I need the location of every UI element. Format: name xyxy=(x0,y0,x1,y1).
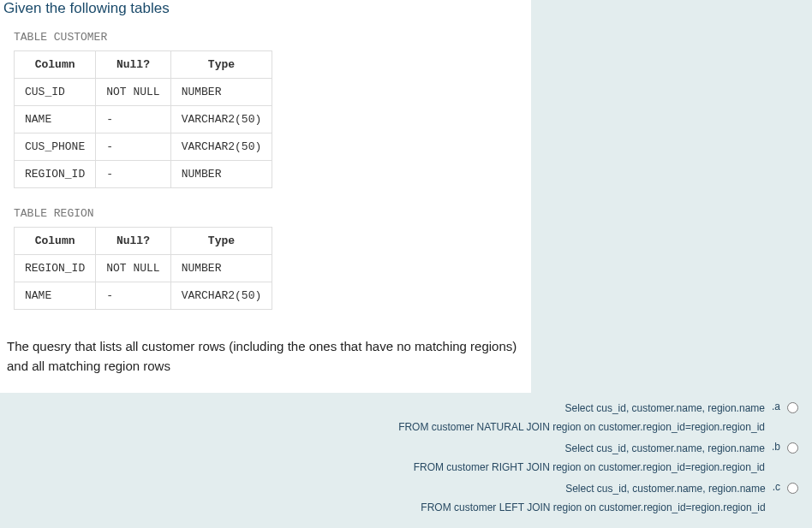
answer-line: FROM customer LEFT JOIN region on custom… xyxy=(421,501,765,513)
col-header: Null? xyxy=(96,228,170,255)
col-header: Column xyxy=(15,228,96,255)
cell: REGION_ID xyxy=(15,161,96,188)
table-row: REGION_ID NOT NULL NUMBER xyxy=(15,255,272,282)
table-header-row: Column Null? Type xyxy=(15,228,272,255)
cell: - xyxy=(96,106,170,133)
cell: NUMBER xyxy=(170,161,272,188)
col-header: Type xyxy=(170,51,272,79)
answer-line: FROM customer RIGHT JOIN region on custo… xyxy=(414,461,765,473)
cell: CUS_ID xyxy=(15,79,96,106)
cell: VARCHAR2(50) xyxy=(170,133,272,161)
table-row: CUS_PHONE - VARCHAR2(50) xyxy=(15,133,272,161)
customer-table: Column Null? Type CUS_ID NOT NULL NUMBER… xyxy=(14,50,272,188)
table-row: NAME - VARCHAR2(50) xyxy=(15,282,272,310)
table-row: NAME - VARCHAR2(50) xyxy=(15,106,272,133)
cell: NAME xyxy=(15,282,96,310)
answers-area: Select cus_id, customer.name, region.nam… xyxy=(0,393,812,528)
answer-text: Select cus_id, customer.name, region.nam… xyxy=(421,480,765,517)
answer-option-b[interactable]: Select cus_id, customer.name, region.nam… xyxy=(7,440,798,477)
answer-option-c[interactable]: Select cus_id, customer.name, region.nam… xyxy=(7,480,798,517)
cell: NOT NULL xyxy=(96,79,170,106)
answer-option-a[interactable]: Select cus_id, customer.name, region.nam… xyxy=(7,400,798,436)
col-header: Type xyxy=(170,228,272,255)
question-text: The quesry that lists all customer rows … xyxy=(0,322,531,393)
col-header: Column xyxy=(15,51,96,79)
cell: NOT NULL xyxy=(96,255,170,282)
answer-radio-b[interactable] xyxy=(787,442,798,454)
answer-line: Select cus_id, customer.name, region.nam… xyxy=(565,402,765,414)
cell: VARCHAR2(50) xyxy=(170,106,272,133)
table2-title: TABLE REGION xyxy=(0,200,531,227)
cell: - xyxy=(96,161,170,188)
answer-line: Select cus_id, customer.name, region.nam… xyxy=(565,442,765,454)
question-heading: Given the following tables xyxy=(0,0,531,24)
col-header: Null? xyxy=(96,51,170,79)
answer-text: Select cus_id, customer.name, region.nam… xyxy=(398,400,765,436)
cell: - xyxy=(96,282,170,310)
cell: NAME xyxy=(15,106,96,133)
cell: NUMBER xyxy=(170,255,272,282)
answer-radio-c[interactable] xyxy=(787,483,798,494)
answer-line: FROM customer NATURAL JOIN region on cus… xyxy=(398,421,765,433)
answer-letter: .b xyxy=(772,440,780,453)
table-row: CUS_ID NOT NULL NUMBER xyxy=(15,79,272,106)
table-row: REGION_ID - NUMBER xyxy=(15,161,272,188)
answer-letter: .a xyxy=(772,400,780,412)
cell: CUS_PHONE xyxy=(15,133,96,161)
answer-radio-a[interactable] xyxy=(787,402,798,413)
question-body-panel: Given the following tables TABLE CUSTOME… xyxy=(0,0,531,393)
cell: REGION_ID xyxy=(15,255,96,282)
cell: NUMBER xyxy=(170,79,272,106)
cell: - xyxy=(96,133,170,161)
answer-line: Select cus_id, customer.name, region.nam… xyxy=(565,483,765,495)
answer-letter: .c xyxy=(773,480,780,493)
region-table: Column Null? Type REGION_ID NOT NULL NUM… xyxy=(14,227,272,310)
answer-text: Select cus_id, customer.name, region.nam… xyxy=(414,440,765,477)
table1-title: TABLE CUSTOMER xyxy=(0,24,531,50)
cell: VARCHAR2(50) xyxy=(170,282,272,310)
table-header-row: Column Null? Type xyxy=(15,51,272,79)
